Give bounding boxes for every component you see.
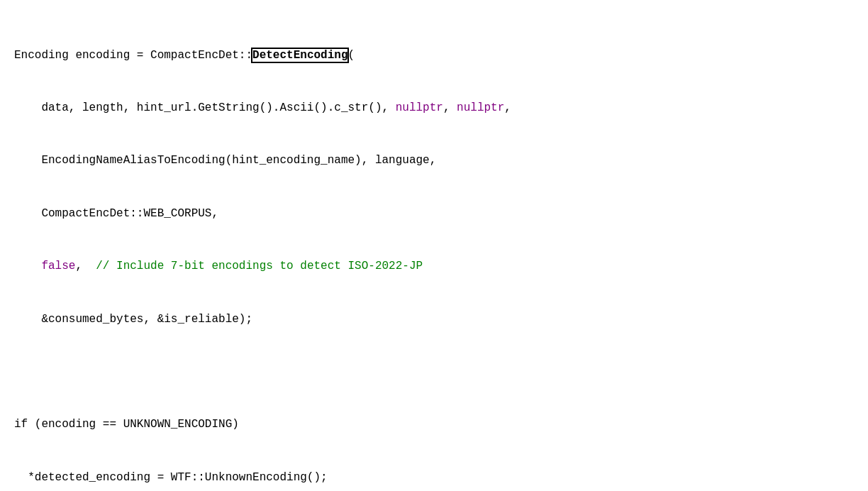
code-line: CompactEncDet::WEB_CORPUS,	[14, 205, 854, 223]
code-keyword: nullptr	[396, 101, 443, 114]
code-viewer: Encoding encoding = CompactEncDet::Detec…	[14, 11, 854, 491]
code-text	[14, 365, 21, 378]
code-line: EncodingNameAliasToEncoding(hint_encodin…	[14, 152, 854, 170]
code-text: if (encoding == UNKNOWN_ENCODING)	[14, 418, 239, 431]
code-line: false, // Include 7-bit encodings to det…	[14, 258, 854, 275]
code-text: CompactEncDet::WEB_CORPUS,	[14, 207, 218, 220]
code-line: &consumed_bytes, &is_reliable);	[14, 311, 854, 329]
code-text: ,	[443, 101, 457, 114]
highlight-detect-encoding: DetectEncoding	[252, 49, 347, 62]
code-line: Encoding encoding = CompactEncDet::Detec…	[14, 47, 854, 65]
code-text: ,	[75, 260, 96, 272]
code-line: *detected_encoding = WTF::UnknownEncodin…	[14, 469, 854, 487]
code-keyword: false	[41, 260, 75, 272]
code-keyword: nullptr	[457, 101, 504, 114]
code-line: data, length, hint_url.GetString().Ascii…	[14, 99, 854, 117]
code-text: *detected_encoding = WTF::UnknownEncodin…	[14, 471, 328, 484]
code-line	[14, 363, 854, 381]
code-text: &consumed_bytes, &is_reliable);	[14, 313, 252, 326]
code-text: ,	[504, 101, 511, 114]
code-line: if (encoding == UNKNOWN_ENCODING)	[14, 416, 854, 434]
code-text	[14, 260, 41, 272]
code-comment: // Include 7-bit encodings to detect ISO…	[96, 260, 423, 272]
code-text: (	[347, 49, 355, 62]
code-text: data, length, hint_url.GetString().Ascii…	[14, 101, 396, 114]
code-text: EncodingNameAliasToEncoding(hint_encodin…	[14, 154, 436, 167]
code-text: Encoding encoding = CompactEncDet::	[14, 49, 252, 62]
